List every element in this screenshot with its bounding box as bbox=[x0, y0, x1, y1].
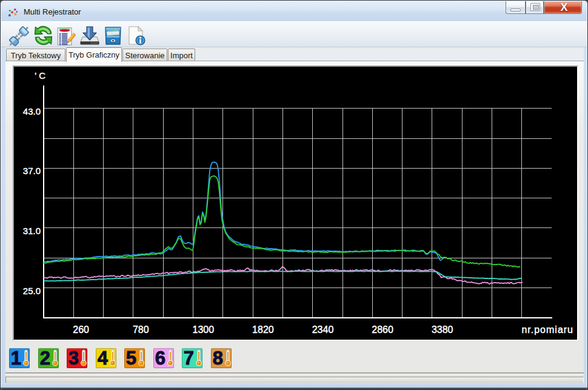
svg-text:43.0: 43.0 bbox=[23, 106, 41, 116]
svg-text:780: 780 bbox=[133, 324, 149, 335]
svg-text:2340: 2340 bbox=[312, 324, 334, 335]
svg-text:'C: 'C bbox=[35, 70, 48, 81]
svg-text:1820: 1820 bbox=[252, 324, 274, 335]
svg-text:nr.pomiaru: nr.pomiaru bbox=[521, 324, 573, 335]
svg-text:37.0: 37.0 bbox=[23, 166, 41, 176]
svg-text:1300: 1300 bbox=[193, 324, 215, 335]
svg-text:31.0: 31.0 bbox=[23, 226, 41, 236]
svg-text:260: 260 bbox=[73, 324, 89, 335]
svg-text:3380: 3380 bbox=[432, 324, 453, 335]
svg-text:2860: 2860 bbox=[372, 324, 393, 335]
svg-text:25.0: 25.0 bbox=[23, 286, 41, 296]
